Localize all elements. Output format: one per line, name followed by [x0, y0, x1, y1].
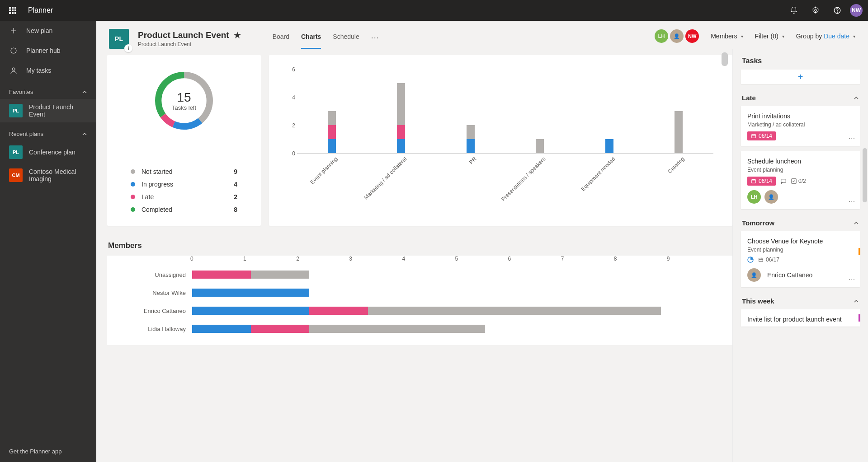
progress-icon	[747, 257, 754, 263]
member-row: Enrico Cattaneo	[120, 302, 720, 320]
assignee-avatar: LH	[747, 190, 761, 204]
plan-name: Contoso Medical Imaging	[29, 168, 87, 182]
member-name: Nestor Wilke	[120, 289, 192, 296]
plan-title: Product Launch Event★	[138, 30, 241, 40]
svg-rect-10	[752, 180, 756, 183]
member-bar	[192, 289, 720, 297]
chevron-up-icon	[854, 220, 859, 226]
task-card[interactable]: Choose Venue for Keynote Event planning …	[741, 231, 860, 287]
legend-dot	[131, 169, 135, 174]
x-tick: 2	[296, 256, 349, 262]
plan-header: PL i Product Launch Event★ Product Launc…	[96, 21, 868, 49]
svg-point-0	[815, 9, 817, 12]
more-tabs-icon[interactable]: ···	[371, 29, 379, 49]
legend-label: Not started	[142, 168, 172, 175]
plan-name: Conference plan	[29, 149, 75, 156]
member-avatar: NW	[685, 29, 699, 43]
tab-schedule[interactable]: Schedule	[333, 29, 359, 49]
bar-segment	[328, 125, 336, 139]
settings-icon[interactable]	[807, 0, 825, 21]
task-title: Choose Venue for Keynote	[747, 238, 854, 245]
bar-category-label: PR	[468, 156, 478, 166]
donut-center-number: 15	[177, 90, 191, 105]
app-launcher-icon[interactable]	[5, 3, 20, 18]
view-tabs: Board Charts Schedule ···	[273, 29, 379, 49]
tab-charts[interactable]: Charts	[301, 29, 321, 49]
task-more-icon[interactable]: ···	[849, 134, 855, 141]
notifications-icon[interactable]	[785, 0, 803, 21]
bar-segment	[192, 325, 251, 333]
task-card[interactable]: Print invitations Marketing / ad collate…	[741, 106, 860, 146]
help-icon[interactable]	[828, 0, 846, 21]
task-card[interactable]: Invite list for product launch event	[741, 309, 860, 327]
members-dropdown[interactable]: Members▾	[711, 33, 743, 40]
section-tomorrow[interactable]: Tomorrow	[733, 215, 868, 231]
section-this-week[interactable]: This week	[733, 293, 868, 309]
bar-category-label: Event planning	[309, 156, 339, 186]
member-row: Unassigned	[120, 266, 720, 284]
plan-badge: PL i	[109, 29, 129, 49]
new-plan-label: New plan	[26, 27, 52, 34]
tasks-panel: Tasks + Late Print invitations Marketing…	[732, 49, 868, 462]
bar-segment	[192, 307, 309, 315]
bar-group: Marketing / ad collateral	[397, 83, 405, 153]
bar-segment	[328, 111, 336, 125]
category-strip	[859, 314, 860, 322]
bar-segment	[192, 271, 251, 279]
sidebar: New plan Planner hub My tasks Favorites …	[0, 21, 96, 462]
my-tasks-link[interactable]: My tasks	[0, 61, 96, 80]
bar-segment	[675, 111, 683, 153]
filter-dropdown[interactable]: Filter (0)▾	[755, 33, 784, 40]
legend-row: Late 2	[131, 191, 237, 203]
x-tick: 3	[349, 256, 402, 262]
tab-board[interactable]: Board	[273, 29, 289, 49]
task-bucket: Event planning	[747, 167, 854, 173]
svg-rect-11	[792, 179, 796, 183]
favorites-section-header[interactable]: Favorites	[0, 80, 96, 99]
add-task-button[interactable]: +	[741, 70, 860, 84]
task-card[interactable]: Schedule luncheon Event planning 06/14 0…	[741, 151, 860, 209]
top-bar: Planner NW	[0, 0, 868, 21]
legend-value: 8	[234, 206, 237, 213]
favorite-plan-product-launch[interactable]: PL Product Launch Event	[0, 99, 96, 122]
task-more-icon[interactable]: ···	[849, 275, 855, 283]
bar-group: Equipment needed	[605, 139, 613, 153]
plan-members-avatars[interactable]: LH 👤 NW	[655, 29, 699, 43]
assignee-avatar: 👤	[764, 190, 778, 204]
bar-group: Presentations / speakers	[536, 139, 544, 153]
task-more-icon[interactable]: ···	[849, 197, 855, 205]
calendar-icon	[758, 257, 764, 262]
bar-segment	[309, 307, 368, 315]
svg-point-2	[837, 12, 837, 12]
bar-segment	[397, 139, 405, 153]
scrollbar[interactable]	[863, 148, 867, 202]
bar-segment	[467, 139, 475, 153]
bar-category-label: Equipment needed	[580, 156, 616, 192]
task-title: Print invitations	[747, 112, 854, 120]
task-bucket: Event planning	[747, 247, 854, 253]
x-tick: 6	[508, 256, 561, 262]
member-bar	[192, 325, 720, 333]
x-tick: 7	[561, 256, 614, 262]
bar-group: Catering	[675, 111, 683, 153]
user-avatar[interactable]: NW	[850, 4, 863, 17]
new-plan-button[interactable]: New plan	[0, 21, 96, 41]
task-title: Invite list for product launch event	[747, 316, 854, 323]
scrollbar[interactable]	[722, 52, 728, 66]
recent-plan-contoso[interactable]: CM Contoso Medical Imaging	[0, 163, 96, 187]
legend-row: In progress 4	[131, 178, 237, 191]
recent-section-header[interactable]: Recent plans	[0, 122, 96, 141]
chevron-up-icon	[82, 131, 87, 137]
y-tick: 2	[292, 122, 295, 129]
group-by-dropdown[interactable]: Group by Due date▾	[796, 33, 855, 40]
bar-segment	[251, 325, 310, 333]
section-late[interactable]: Late	[733, 89, 868, 106]
get-app-link[interactable]: Get the Planner app	[0, 441, 96, 462]
bar-segment	[536, 139, 544, 153]
planner-hub-link[interactable]: Planner hub	[0, 41, 96, 61]
star-icon[interactable]: ★	[234, 30, 241, 40]
recent-plan-conference[interactable]: PL Conference plan	[0, 141, 96, 163]
plan-tile: PL	[9, 145, 23, 159]
svg-point-4	[12, 68, 15, 70]
bar-group: PR	[467, 125, 475, 153]
